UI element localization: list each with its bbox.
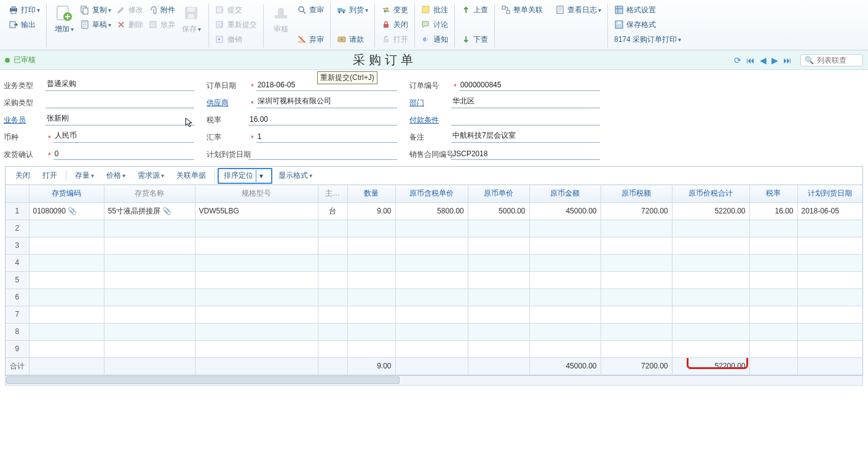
table-row[interactable]: 4 — [6, 254, 863, 271]
col-spec[interactable]: 规格型号 — [195, 185, 318, 202]
reject-button[interactable]: 弃审 — [294, 32, 326, 47]
grid-close-button[interactable]: 关闭 — [9, 169, 36, 183]
log-button[interactable]: 查看日志▾ — [553, 2, 604, 17]
edit-button[interactable]: 修改 — [114, 2, 146, 17]
taxrate-value[interactable]: 16.00 — [248, 115, 397, 125]
print-tpl-button[interactable]: 8174 采购订单打印▾ — [612, 32, 684, 47]
grid-related-button[interactable]: 关联单据 — [170, 169, 212, 183]
col-code[interactable]: 存货编码 — [29, 185, 104, 202]
table-row[interactable]: 7 — [6, 306, 863, 323]
review-button[interactable]: 查审 — [294, 2, 326, 17]
revoke-button[interactable]: 撤销 — [213, 32, 259, 47]
scrollbar-thumb[interactable] — [6, 376, 400, 384]
open-button[interactable]: 打开 — [379, 32, 411, 47]
table-row[interactable]: 3 — [6, 237, 863, 254]
grid-sort-button[interactable]: 排序定位 ▾ — [218, 168, 272, 184]
focused-cell[interactable] — [195, 237, 318, 254]
col-rownum[interactable] — [6, 185, 29, 202]
horizontal-scrollbar[interactable] — [5, 376, 863, 386]
col-name[interactable]: 存货名称 — [104, 185, 195, 202]
request-button[interactable]: 请款 — [334, 32, 371, 47]
cell-unit[interactable]: 台 — [318, 202, 347, 220]
copy-button[interactable]: 复制▾ — [77, 2, 114, 17]
grid-stock-button[interactable]: 存量▾ — [69, 169, 100, 183]
order-no-value[interactable]: 0000000845 — [459, 81, 600, 91]
remark-value[interactable]: 中航科技7层会议室 — [451, 130, 600, 143]
first-icon[interactable]: ⏮ — [746, 55, 755, 65]
save-button[interactable]: 保存▾ — [178, 1, 205, 36]
add-button[interactable]: 增加▾ — [50, 1, 77, 36]
grid-price-button[interactable]: 价格▾ — [100, 169, 132, 183]
biz-type-value[interactable]: 普通采购 — [45, 79, 194, 91]
cell-rate[interactable]: 16.00 — [749, 202, 797, 220]
search-box[interactable]: 🔍 — [800, 54, 863, 66]
change-button[interactable]: 变更 — [379, 2, 411, 17]
cell-spec[interactable]: VDW55LBG — [195, 202, 318, 220]
cell-plandate[interactable]: 2018-06-05 — [797, 202, 862, 220]
attach-button[interactable]: 附件 — [146, 2, 178, 17]
link-all-button[interactable]: 整单关联 — [499, 2, 545, 17]
table-row[interactable]: 9 — [6, 340, 863, 357]
discard-button[interactable]: 放弃 — [146, 17, 178, 32]
cell-code[interactable]: 01080090 — [33, 207, 66, 215]
cell-taxprice[interactable]: 5800.00 — [395, 202, 468, 220]
paperclip-icon[interactable]: 📎 — [162, 207, 172, 215]
table-row[interactable]: 5 — [6, 271, 863, 288]
discuss-button[interactable]: 讨论 — [419, 17, 451, 32]
cell-amount[interactable]: 45000.00 — [529, 202, 601, 220]
close-button[interactable]: 关闭 — [379, 17, 411, 32]
arrive-button[interactable]: 到货▾ — [334, 2, 371, 17]
salesman-label[interactable]: 业务员 — [4, 115, 45, 125]
table-row[interactable]: 8 — [6, 323, 863, 340]
dept-label[interactable]: 部门 — [409, 98, 451, 108]
print-button[interactable]: 打印▾ — [6, 2, 42, 17]
cell-total[interactable]: 52200.00 — [672, 202, 749, 220]
table-row[interactable]: 6 — [6, 288, 863, 306]
submit-button[interactable]: 提交 — [213, 2, 259, 17]
grid-demand-button[interactable]: 需求源▾ — [132, 169, 170, 183]
notify-button[interactable]: 通知 — [419, 32, 451, 47]
cell-price[interactable]: 5000.00 — [468, 202, 529, 220]
currency-value[interactable]: 人民币 — [53, 130, 194, 143]
delete-button[interactable]: 删除 — [114, 17, 146, 32]
cell-qty[interactable]: 9.00 — [347, 202, 395, 220]
contract-value[interactable]: JSCP2018 — [451, 149, 600, 160]
table-row[interactable]: 1 01080090 📎 55寸液晶拼接屏 📎 VDW55LBG 台 9.00 … — [6, 202, 863, 220]
table-row[interactable]: 2 — [6, 220, 863, 237]
col-taxamt[interactable]: 原币税额 — [601, 185, 672, 202]
paycond-value[interactable] — [451, 124, 600, 125]
cell-last[interactable]: 否 — [862, 202, 863, 220]
col-plandate[interactable]: 计划到货日期 — [797, 185, 862, 202]
dept-value[interactable]: 华北区 — [451, 96, 600, 108]
cell-taxamt[interactable]: 7200.00 — [601, 202, 672, 220]
paycond-label[interactable]: 付款条件 — [409, 115, 451, 125]
col-total[interactable]: 原币价税合计 — [672, 185, 749, 202]
paperclip-icon[interactable]: 📎 — [68, 207, 77, 215]
save-format-button[interactable]: 保存格式 — [612, 17, 684, 32]
salesman-value[interactable]: 张新刚 — [45, 113, 194, 125]
draft-button[interactable]: 草稿▾ — [77, 17, 114, 32]
search-input[interactable] — [816, 55, 859, 65]
supplier-value[interactable]: 深圳可视科技有限公司 — [256, 96, 397, 108]
output-button[interactable]: 输出 — [6, 17, 42, 32]
grid-display-button[interactable]: 显示格式▾ — [272, 169, 318, 183]
col-last[interactable]: 购 — [862, 185, 863, 202]
last-icon[interactable]: ⏭ — [783, 55, 792, 65]
col-unit[interactable]: 主… — [318, 185, 347, 202]
format-button[interactable]: 格式设置 — [612, 2, 684, 17]
col-amount[interactable]: 原币金额 — [529, 185, 601, 202]
refresh-icon[interactable]: ⟳ — [734, 55, 741, 65]
col-price[interactable]: 原币单价 — [468, 185, 529, 202]
prev-icon[interactable]: ◀ — [760, 55, 767, 65]
cell-name[interactable]: 55寸液晶拼接屏 — [108, 207, 160, 215]
supplier-label[interactable]: 供应商 — [207, 98, 248, 108]
audit-button[interactable]: 审核 — [267, 1, 294, 36]
exch-value[interactable]: 1 — [256, 132, 397, 143]
col-qty[interactable]: 数量 — [347, 185, 395, 202]
next-icon[interactable]: ▶ — [771, 55, 778, 65]
ship-confirm-value[interactable]: 0 — [53, 149, 194, 160]
up-button[interactable]: 上查 — [459, 2, 491, 17]
down-button[interactable]: 下查 — [459, 32, 491, 47]
resubmit-button[interactable]: 重新提交 — [213, 17, 259, 32]
col-taxprice[interactable]: 原币含税单价 — [395, 185, 468, 202]
